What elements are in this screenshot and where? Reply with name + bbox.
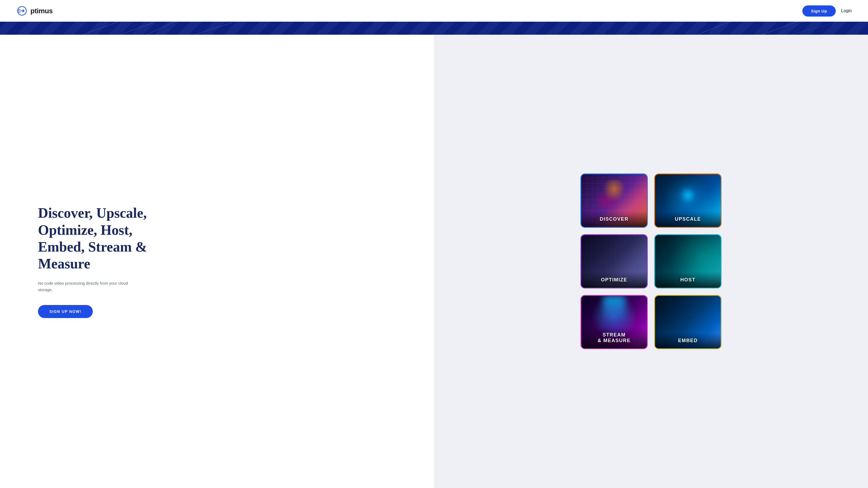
card-host-label: HOST <box>655 272 721 288</box>
card-host-text: HOST <box>680 277 695 283</box>
hero-cta-button[interactable]: SIGN UP NOW! <box>38 305 93 318</box>
logo-text: ptimus <box>30 7 53 15</box>
nav-buttons: Sign Up Login <box>802 5 852 17</box>
card-upscale-text: UPSCALE <box>675 216 701 222</box>
logo-icon <box>16 5 28 17</box>
card-stream-label: STREAM& MEASURE <box>581 327 647 348</box>
card-stream-text: STREAM& MEASURE <box>597 332 631 344</box>
header: ptimus Sign Up Login <box>0 0 868 22</box>
card-embed-text: EMBED <box>678 338 698 344</box>
card-optimize[interactable]: OPTIMIZE <box>581 234 648 289</box>
card-optimize-text: OPTIMIZE <box>601 277 627 283</box>
card-optimize-label: OPTIMIZE <box>581 272 647 288</box>
signup-button[interactable]: Sign Up <box>802 5 836 17</box>
left-panel: Discover, Upscale, Optimize, Host, Embed… <box>0 35 434 488</box>
hero-subtitle: No code video processing directly from y… <box>38 280 141 293</box>
card-discover[interactable]: DISCOVER <box>581 173 648 228</box>
card-stream[interactable]: STREAM& MEASURE <box>581 295 648 349</box>
feature-cards-grid: DISCOVER UPSCALE OPTIMIZE <box>581 173 721 349</box>
card-upscale-label: UPSCALE <box>655 211 721 227</box>
card-discover-label: DISCOVER <box>581 211 647 227</box>
right-panel: DISCOVER UPSCALE OPTIMIZE <box>434 35 868 488</box>
login-button[interactable]: Login <box>841 8 852 13</box>
banner-decoration <box>0 22 868 35</box>
logo: ptimus <box>16 5 53 17</box>
hero-title: Discover, Upscale, Optimize, Host, Embed… <box>38 205 179 272</box>
card-embed[interactable]: EMBED <box>654 295 721 349</box>
card-embed-label: EMBED <box>655 332 721 348</box>
card-host[interactable]: HOST <box>654 234 721 289</box>
main-content: Discover, Upscale, Optimize, Host, Embed… <box>0 35 868 488</box>
hero-banner <box>0 22 868 35</box>
card-upscale[interactable]: UPSCALE <box>654 173 721 228</box>
card-discover-text: DISCOVER <box>600 216 628 222</box>
